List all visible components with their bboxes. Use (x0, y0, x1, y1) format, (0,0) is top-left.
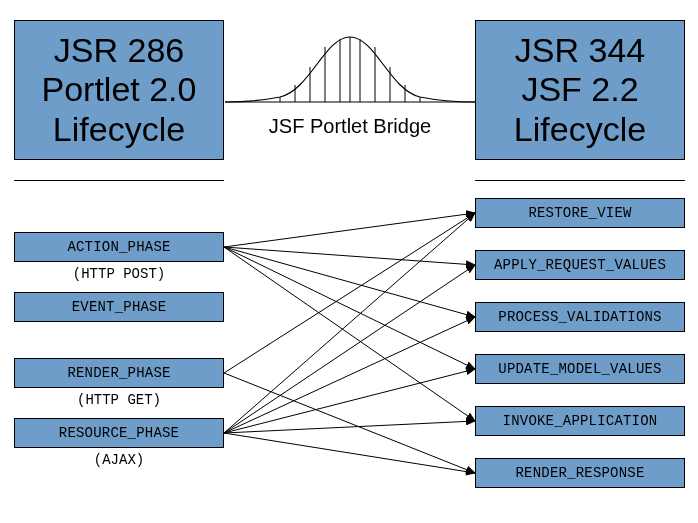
phase-box-invoke-application: INVOKE_APPLICATION (475, 406, 685, 436)
arrow-resource-to-restore_view (224, 213, 475, 433)
left-divider (14, 180, 224, 181)
phase-box-restore-view: RESTORE_VIEW (475, 198, 685, 228)
left-header-line1: JSR 286 (21, 31, 217, 70)
bridge-label: JSF Portlet Bridge (225, 115, 475, 138)
arrow-resource-to-update_model_values (224, 369, 475, 433)
arrow-action-to-process_validations (224, 247, 475, 317)
arrow-render-to-restore_view (224, 213, 475, 373)
phase-box-render-response: RENDER_RESPONSE (475, 458, 685, 488)
right-header-line3: Lifecycle (482, 110, 678, 149)
left-header-line2: Portlet 2.0 (21, 70, 217, 109)
phase-note-action: (HTTP POST) (14, 266, 224, 282)
phase-note-resource: (AJAX) (14, 452, 224, 468)
left-header-line3: Lifecycle (21, 110, 217, 149)
arrow-resource-to-apply_request_values (224, 265, 475, 433)
arrow-resource-to-invoke_application (224, 421, 475, 433)
phase-box-resource: RESOURCE_PHASE (14, 418, 224, 448)
arrow-action-to-restore_view (224, 213, 475, 247)
arrow-resource-to-process_validations (224, 317, 475, 433)
right-header-box: JSR 344 JSF 2.2 Lifecycle (475, 20, 685, 160)
phase-box-event: EVENT_PHASE (14, 292, 224, 322)
arrow-action-to-apply_request_values (224, 247, 475, 265)
arrow-render-to-render_response (224, 373, 475, 473)
arrow-resource-to-render_response (224, 433, 475, 473)
phase-box-action: ACTION_PHASE (14, 232, 224, 262)
phase-box-process-validations: PROCESS_VALIDATIONS (475, 302, 685, 332)
phase-box-render: RENDER_PHASE (14, 358, 224, 388)
phase-box-apply-request-values: APPLY_REQUEST_VALUES (475, 250, 685, 280)
right-divider (475, 180, 685, 181)
arrow-action-to-invoke_application (224, 247, 475, 421)
arrow-action-to-update_model_values (224, 247, 475, 369)
left-header-box: JSR 286 Portlet 2.0 Lifecycle (14, 20, 224, 160)
right-header-line2: JSF 2.2 (482, 70, 678, 109)
phase-box-update-model-values: UPDATE_MODEL_VALUES (475, 354, 685, 384)
bridge-icon (225, 22, 475, 112)
right-header-line1: JSR 344 (482, 31, 678, 70)
phase-note-render: (HTTP GET) (14, 392, 224, 408)
